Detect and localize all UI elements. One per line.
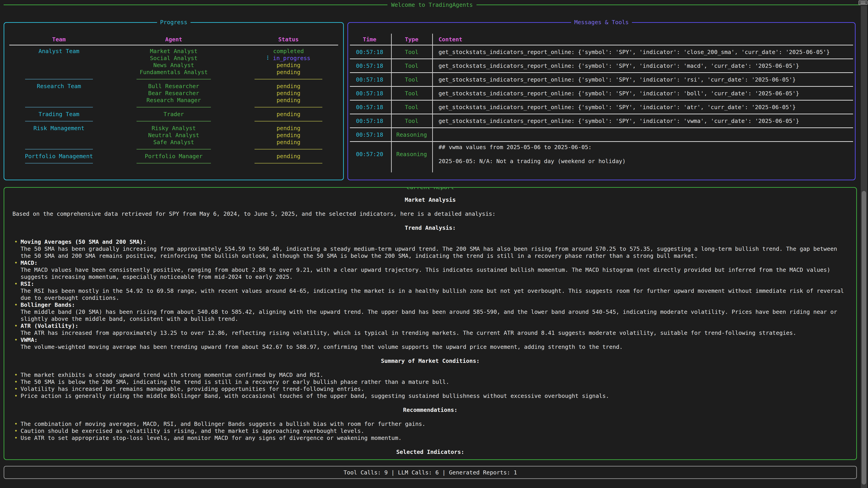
separator-line — [136, 163, 211, 164]
agent-status-cell: pending — [234, 90, 343, 97]
bullet-text: The combination of moving averages, MACD… — [21, 420, 848, 427]
bullet-label: MACD: — [21, 259, 848, 266]
separator-line — [136, 107, 211, 107]
bullet-text: The market exhibits a steady upward tren… — [21, 371, 848, 379]
agent-name-cell: Risky Analyst — [114, 125, 234, 132]
report-body: Market AnalysisBased on the comprehensiv… — [4, 188, 856, 455]
scrollbar-thumb[interactable] — [862, 191, 866, 485]
team-separator — [4, 104, 114, 111]
agent-name-cell: Social Analyst — [114, 55, 234, 62]
agent-status-cell: pending — [234, 111, 343, 118]
agent-status-cell: pending — [234, 139, 343, 146]
agent-status-cell: completed — [234, 48, 343, 55]
report-heading: Summary of Market Conditions: — [12, 357, 848, 364]
message-content: get_stockstats_indicators_report_online:… — [432, 74, 855, 85]
agent-name-cell: Research Manager — [114, 97, 234, 104]
message-content: get_stockstats_indicators_report_online:… — [432, 102, 855, 112]
stats-text: Tool Calls: 9 | LLM Calls: 6 | Generated… — [344, 469, 517, 476]
team-separator — [4, 160, 114, 167]
status-text: pending — [277, 90, 301, 96]
message-type: Tool — [391, 62, 432, 69]
status-text: pending — [277, 97, 301, 103]
agent-name-cell: Neutral Analyst — [114, 132, 234, 139]
agent-name-cell: Safe Analyst — [114, 139, 234, 146]
message-row: 00:57:18Toolget_stockstats_indicators_re… — [348, 87, 855, 100]
message-type: Tool — [391, 48, 432, 56]
agent-status-cell: pending — [234, 97, 343, 104]
team-separator — [234, 146, 343, 153]
separator-line — [25, 163, 93, 164]
team-separator — [4, 76, 114, 83]
team-separator — [114, 160, 234, 167]
menu-icon[interactable] — [859, 0, 868, 5]
hamburger-icon — [861, 2, 866, 4]
message-type: Tool — [391, 76, 432, 83]
report-heading: Trend Analysis: — [12, 224, 848, 231]
agent-status-cell: pending — [234, 83, 343, 90]
message-type: Tool — [391, 118, 432, 125]
message-content — [432, 133, 855, 136]
report-bullet: MACD:The MACD values have been consisten… — [12, 259, 848, 281]
messages-column-divider — [432, 34, 433, 172]
message-content: ## vwma values from 2025-05-06 to 2025-0… — [432, 142, 855, 166]
message-time: 00:57:18 — [348, 131, 391, 138]
current-report-panel: Current Report Market AnalysisBased on t… — [4, 187, 857, 460]
report-bullet: RSI:The RSI has been mostly in the 54.92… — [12, 281, 848, 301]
message-content: get_stockstats_indicators_report_online:… — [432, 61, 855, 71]
report-paragraph: Based on the comprehensive data retrieve… — [12, 210, 848, 217]
message-time: 00:57:18 — [348, 118, 391, 125]
message-row: 00:57:18Toolget_stockstats_indicators_re… — [348, 101, 855, 113]
report-heading: Selected Indicators: — [12, 449, 848, 455]
progress-table: Team Agent Status Analyst TeamMarket Ana… — [4, 23, 343, 167]
agent-name-cell: Bull Researcher — [114, 83, 234, 90]
team-name-cell — [4, 132, 114, 139]
agent-name-cell: Trader — [114, 111, 234, 118]
separator-line — [25, 121, 93, 122]
report-bullet: Moving Averages (50 SMA and 200 SMA):The… — [12, 238, 848, 259]
team-separator — [234, 118, 343, 125]
agent-status-cell: pending — [234, 153, 343, 160]
team-name-cell — [4, 69, 114, 76]
spinner-icon: ⠇ — [267, 55, 271, 61]
progress-rows: Analyst TeamMarket AnalystcompletedSocia… — [4, 48, 343, 167]
agent-status-cell: pending — [234, 69, 343, 76]
team-separator — [4, 118, 114, 125]
bullet-text: Volatility has increased but remains man… — [21, 385, 848, 392]
separator-line — [254, 149, 322, 150]
bullet-label: VWMA: — [21, 336, 848, 344]
message-row: 00:57:18Reasoning — [348, 128, 855, 141]
bullet-text: Use ATR to set appropriate stop-loss lev… — [21, 434, 848, 442]
agent-name-cell: Fundamentals Analyst — [114, 69, 234, 76]
messages-table: Time Type Content 00:57:18Toolget_stocks… — [348, 23, 855, 166]
status-text: pending — [277, 111, 301, 118]
terminal-screen: Welcome to TradingAgents Progress Team A… — [0, 0, 868, 488]
messages-col-time: Time — [348, 36, 391, 43]
report-heading: Market Analysis — [12, 196, 848, 203]
message-row: 00:57:18Toolget_stockstats_indicators_re… — [348, 114, 855, 127]
message-row: 00:57:18Toolget_stockstats_indicators_re… — [348, 45, 855, 59]
welcome-title: Welcome to TradingAgents — [388, 1, 476, 8]
message-time: 00:57:18 — [348, 62, 391, 69]
agent-name-cell: Bear Researcher — [114, 90, 234, 97]
status-text: pending — [277, 69, 301, 75]
report-bullet-list: Moving Averages (50 SMA and 200 SMA):The… — [12, 238, 848, 350]
status-text: pending — [277, 132, 301, 138]
status-text: pending — [277, 62, 301, 68]
progress-col-team: Team — [4, 36, 114, 43]
bullet-text: Caution should be exercised as volatilit… — [21, 427, 848, 434]
team-name-cell — [4, 55, 114, 62]
message-row: 00:57:20Reasoning## vwma values from 202… — [348, 142, 855, 166]
report-bullet: The market exhibits a steady upward tren… — [12, 371, 848, 379]
status-text: in_progress — [273, 55, 311, 61]
report-bullet: Volatility has increased but remains man… — [12, 385, 848, 392]
agent-name-cell: Market Analyst — [114, 48, 234, 55]
messages-table-header: Time Type Content — [348, 36, 855, 43]
messages-col-content: Content — [432, 36, 855, 43]
separator-line — [25, 107, 93, 107]
bullet-label: Moving Averages (50 SMA and 200 SMA): — [21, 238, 848, 246]
message-type: Reasoning — [391, 131, 432, 138]
separator-line — [254, 107, 322, 107]
report-bullet: Use ATR to set appropriate stop-loss lev… — [12, 434, 848, 442]
team-name-cell — [4, 90, 114, 97]
bullet-label: RSI: — [21, 281, 848, 287]
